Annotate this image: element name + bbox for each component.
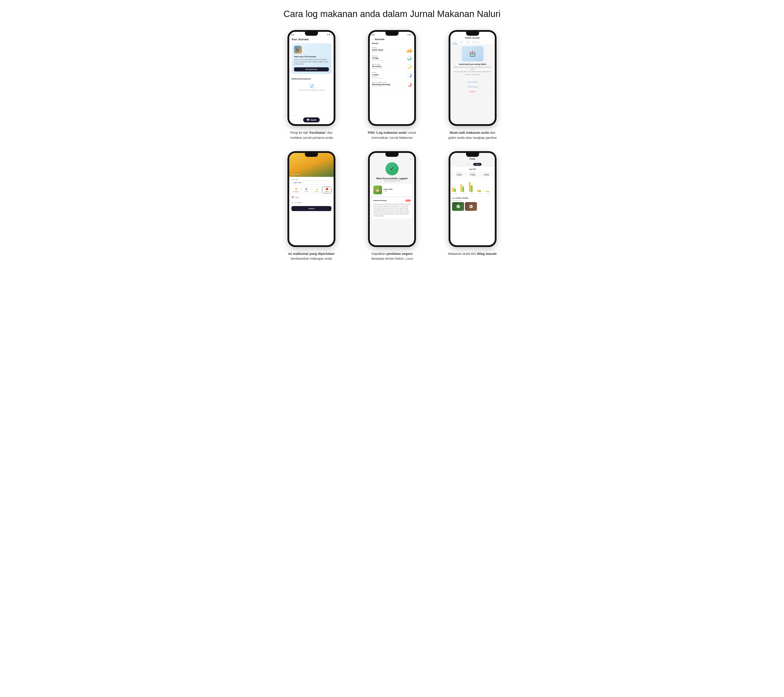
phone-5-wrapper: ✕ ✓ Meal Successfully Logged! You have u… bbox=[368, 151, 416, 247]
plus-icon-3[interactable]: + bbox=[492, 36, 493, 39]
tab-month[interactable]: Month bbox=[473, 163, 481, 166]
journal-row-weight[interactable]: WEIGHT 72.5kg Yesterday, 8:11am bbox=[372, 54, 412, 62]
step-3-caption: Muat naik makanan anda dari galeri anda … bbox=[446, 130, 499, 140]
journal-row-steps[interactable]: STEPS 6,815 steps Yesterday, 8:11am bbox=[372, 46, 412, 54]
clinical-text: You have no clinical records at the mome… bbox=[298, 89, 325, 91]
journal-row-waistline[interactable]: WAISTLINE 30 inches Yesterday, 3:02am bbox=[372, 62, 412, 71]
meal-photo-label: Layer Cake bbox=[291, 174, 299, 176]
screen3-desc3: Tap on the + button to log bbox=[465, 74, 480, 76]
phone-1: 8:41 ▶ ◼ 🔋 Your Journals 📓 Start your fi… bbox=[287, 30, 335, 126]
screen3-desc2: Log your meals daily. You can upload pre… bbox=[454, 71, 491, 73]
meal-type-snack[interactable]: 🍎 Snack bbox=[322, 186, 331, 193]
snack-icon: 🍎 bbox=[325, 188, 328, 190]
steps-grid: 8:41 ▶ ◼ 🔋 Your Journals 📓 Start your fi… bbox=[274, 30, 510, 261]
phone-3-wrapper: ‹ Health Journal + Food Weight Steps Blo… bbox=[449, 30, 497, 126]
screen6-nav: ‹ Aug 2023 › bbox=[450, 167, 495, 171]
row-left-steps: STEPS 6,815 steps Yesterday, 8:11am bbox=[372, 47, 383, 53]
stat-min-value: 2 meal bbox=[470, 174, 475, 176]
chart-weeks: Week 1 Week 2 Week 3 Week 4 Week 5 bbox=[452, 193, 493, 194]
bar-y-4 bbox=[477, 190, 479, 192]
snack-label: Snack bbox=[325, 191, 329, 192]
submit-button[interactable]: Submit bbox=[292, 206, 331, 211]
meal-stats: Good 1 meal Minimum 2 meal Poor 0 meal bbox=[450, 171, 495, 177]
tab-steps[interactable]: Steps bbox=[465, 41, 471, 44]
phone-2-wrapper: 6:47 ▶ ◼ 🔋 ‹ Journals Recent STEPS 6,815… bbox=[368, 30, 416, 126]
journals-title: Your Journals bbox=[292, 38, 331, 41]
phone-2: 6:47 ▶ ◼ 🔋 ‹ Journals Recent STEPS 6,815… bbox=[368, 30, 416, 126]
row-left-bp: BLOOD PRESSURE 90mmHg 62mmHg Yesterday, … bbox=[372, 82, 390, 87]
meal-card-info: Layer Cake Snack bbox=[383, 188, 393, 192]
journal-row-bp[interactable]: BLOOD PRESSURE 90mmHg 62mmHg Yesterday, … bbox=[372, 81, 412, 89]
success-title: Meal Successfully Logged! bbox=[372, 177, 412, 180]
journal-card-heading: Start your first journal bbox=[294, 55, 329, 58]
photo-library-option[interactable]: Photo Library bbox=[450, 84, 495, 89]
meal-name-input[interactable]: Layer Cake bbox=[292, 181, 331, 185]
bar-y-5 bbox=[486, 191, 488, 192]
all-entries-label: ALL JOURNAL ENTRIES bbox=[452, 197, 493, 199]
step-3: ‹ Health Journal + Food Weight Steps Blo… bbox=[436, 30, 510, 140]
calendar-icon: 📅 bbox=[292, 196, 294, 199]
poor-badge: Poor bbox=[405, 199, 411, 202]
row-left-waistline: WAISTLINE 30 inches Yesterday, 3:02am bbox=[372, 64, 383, 69]
journal-row-food[interactable]: FOOD 1 meal Breakfast Yesterday, 7:30am bbox=[372, 71, 412, 81]
steps-bar bbox=[407, 47, 412, 53]
meal-type-lunch[interactable]: 🌤 Lunch bbox=[301, 186, 311, 193]
screen3-title: Health Journal bbox=[454, 36, 491, 39]
status-time-2: 6:47 bbox=[372, 34, 375, 36]
health-tab-button[interactable]: 🤍 Health bbox=[303, 117, 320, 122]
row-right-steps bbox=[407, 47, 412, 53]
screen3-tabs: Food Weight Steps Blood Pre... bbox=[450, 41, 495, 44]
play-icon-2: ▶ bbox=[469, 205, 473, 208]
play-icon-1: ▶ bbox=[456, 205, 460, 208]
row-left-food: FOOD 1 meal Breakfast Yesterday, 7:30am bbox=[372, 72, 383, 79]
stat-good-value: 1 meal bbox=[456, 174, 462, 176]
caption-plain-5: Dapatkan bbox=[372, 252, 387, 255]
back-arrow-3[interactable]: ‹ bbox=[452, 36, 453, 39]
cancel-option[interactable]: Cancel bbox=[450, 89, 495, 94]
prev-arrow[interactable]: ‹ bbox=[453, 168, 453, 170]
tab-weight[interactable]: Weight bbox=[458, 41, 465, 44]
tab-food[interactable]: Food bbox=[452, 41, 458, 44]
entry-photo-2[interactable]: ▶ bbox=[465, 202, 477, 211]
tab-week[interactable]: Week bbox=[464, 163, 471, 166]
nutritional-header: Nutritional Rating Poor bbox=[373, 199, 411, 202]
plus-icon-6[interactable]: + bbox=[492, 158, 493, 160]
bar-y-2 bbox=[460, 184, 462, 192]
caption-bold-3: Muat naik makanan anda bbox=[450, 131, 489, 134]
phone-4: Layer Cake Meal name Layer Cake ☀️ Break… bbox=[287, 151, 335, 247]
close-button[interactable]: ✕ bbox=[372, 158, 412, 160]
row-right-bp bbox=[407, 82, 412, 87]
screen3-options: Take a Photo Photo Library Cancel bbox=[450, 80, 495, 94]
entry-photo-1[interactable]: ▶ bbox=[452, 202, 464, 211]
screen4-body: Meal name Layer Cake ☀️ Breakfast 🌤 Lunc… bbox=[289, 177, 334, 213]
dinner-icon: 🌙 bbox=[315, 188, 318, 190]
heart-icon: 🤍 bbox=[306, 119, 310, 121]
caption-plain-6: Makanan anda kini bbox=[448, 252, 477, 255]
bar-2 bbox=[408, 49, 409, 53]
bar-o-5 bbox=[488, 191, 489, 192]
recent-label: Recent bbox=[372, 42, 412, 44]
stat-good: Good 1 meal bbox=[456, 173, 462, 176]
phone-5-screen: ✕ ✓ Meal Successfully Logged! You have u… bbox=[370, 153, 414, 245]
week-2: Week 2 bbox=[463, 193, 466, 194]
bar-o-3 bbox=[471, 185, 473, 192]
breakfast-icon: ☀️ bbox=[295, 188, 298, 190]
meal-card-name: Layer Cake bbox=[383, 188, 393, 190]
back-arrow[interactable]: ‹ bbox=[372, 38, 372, 41]
step-6: ‹ Food + Week Month ‹ Aug 2023 › bbox=[436, 151, 510, 261]
success-sub: You have uploaded 1 more bbox=[372, 180, 412, 182]
bottom-tab[interactable]: 🤍 Health bbox=[289, 115, 334, 124]
caption-bold-1: 'Kesihatan' bbox=[309, 131, 326, 134]
take-photo-option[interactable]: Take a Photo bbox=[450, 80, 495, 84]
step-5: ✕ ✓ Meal Successfully Logged! You have u… bbox=[355, 151, 429, 261]
phone-4-notch bbox=[305, 153, 318, 157]
clinical-empty: 🩺 You have no clinical records at the mo… bbox=[292, 81, 331, 93]
step-4: Layer Cake Meal name Layer Cake ☀️ Break… bbox=[274, 151, 348, 261]
tab-blood[interactable]: Blood Pre... bbox=[471, 41, 481, 44]
meal-type-breakfast[interactable]: ☀️ Breakfast bbox=[292, 186, 301, 193]
bar-group-4 bbox=[477, 190, 484, 192]
next-arrow[interactable]: › bbox=[492, 168, 492, 170]
get-started-button[interactable]: Get started now bbox=[294, 67, 329, 71]
meal-type-dinner[interactable]: 🌙 Dinner bbox=[312, 186, 321, 193]
bar-o-1 bbox=[454, 189, 456, 192]
